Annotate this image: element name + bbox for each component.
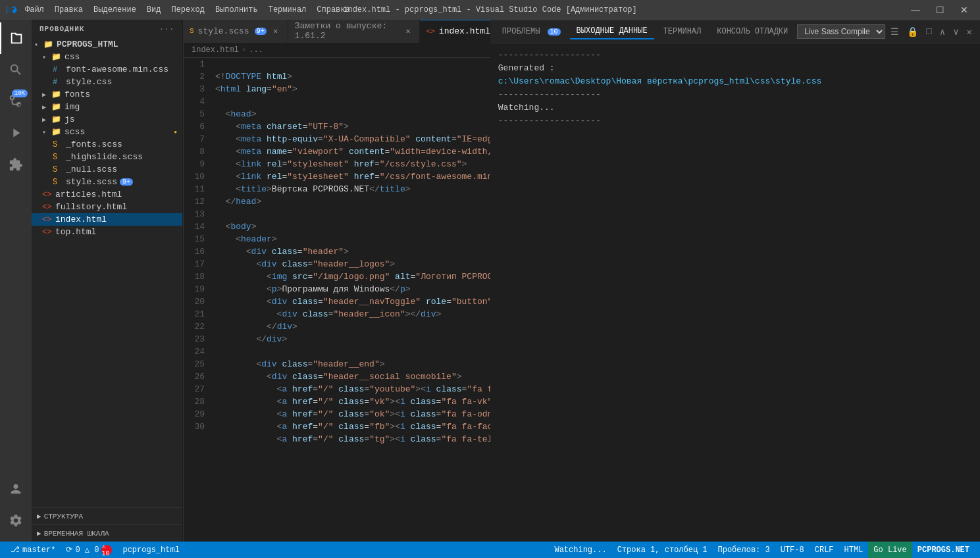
terminal-new-icon[interactable]: □ <box>923 25 934 38</box>
tab-output[interactable]: ВЫХОДНЫЕ ДАННЫЕ <box>570 24 654 39</box>
structure-label: СТРУКТУРА <box>44 513 83 520</box>
tree-file-index[interactable]: <> index.html <box>32 213 182 226</box>
tree-project-root[interactable]: ▾ 📁 PCPROGS_HTML <box>32 38 182 51</box>
tree-file-style-css[interactable]: # style.css <box>32 76 182 88</box>
menu-bar[interactable]: Файл Правка Выделение Вид Переход Выполн… <box>25 5 350 14</box>
tree-file-fullstory[interactable]: <> fullstory.html <box>32 201 182 213</box>
tab-terminal[interactable]: ТЕРМИНАЛ <box>657 24 708 39</box>
tree-folder-js[interactable]: ▶ 📁 js <box>32 113 182 126</box>
menu-edit[interactable]: Правка <box>55 5 83 14</box>
activity-bar: 10K <box>0 20 32 542</box>
menu-run[interactable]: Выполнить <box>215 5 258 14</box>
activity-run[interactable] <box>0 117 32 149</box>
activity-account[interactable] <box>0 473 32 505</box>
chevron-down-terminal-icon[interactable]: ∨ <box>950 25 961 39</box>
status-language[interactable]: HTML <box>839 542 869 558</box>
position-label: Строка 1, столбец 1 <box>617 545 708 555</box>
folder-label-css: css <box>64 52 80 62</box>
activity-extensions[interactable] <box>0 149 32 180</box>
logo-label: PCPROGS.NET <box>917 545 969 555</box>
debug-console-label: КОНСОЛЬ ОТЛАДКИ <box>717 27 788 36</box>
tree-file-style-scss[interactable]: S style.scss 9+ <box>32 176 182 188</box>
tab-release-notes[interactable]: Заметки о выпуске: 1.61.2 ✕ <box>288 20 420 43</box>
activity-source-control[interactable]: 10K <box>0 86 32 117</box>
tree-file-highslide-scss[interactable]: S _highslide.scss <box>32 151 182 163</box>
scss-file-icon2: S <box>53 153 63 162</box>
vscode-logo-icon <box>7 5 17 15</box>
status-encoding[interactable]: UTF-8 <box>775 542 810 558</box>
tab-problems[interactable]: ПРОБЛЕМЫ 10 <box>496 24 567 39</box>
close-button[interactable]: ✕ <box>955 0 973 20</box>
file-label-style-scss: style.scss <box>66 177 117 187</box>
close-terminal-icon[interactable]: ✕ <box>964 25 975 39</box>
tab-close-notes[interactable]: ✕ <box>404 26 413 36</box>
status-sync[interactable]: ⟳ 0 △ 0 ⚠ 10 <box>61 542 117 558</box>
terminal-line-watching: Watching... <box>498 101 972 114</box>
tab-close-scss[interactable]: ✕ <box>271 26 281 36</box>
structure-section[interactable]: ▶ СТРУКТУРА <box>32 507 182 524</box>
tab-style-scss[interactable]: S style.scss 9+ ✕ <box>183 20 288 43</box>
status-logo[interactable]: PCPROGS.NET <box>912 542 975 558</box>
activity-explorer[interactable] <box>0 22 32 54</box>
chevron-up-icon[interactable]: ∧ <box>937 25 948 39</box>
timeline-arrow: ▶ <box>37 529 41 538</box>
timeline-section[interactable]: ▶ ВРЕМЕННАЯ ШКАЛА <box>32 524 182 542</box>
file-tree: ▾ 📁 PCPROGS_HTML ▾ 📁 css # font-awesome.… <box>32 38 182 507</box>
tree-file-articles[interactable]: <> articles.html <box>32 188 182 201</box>
activity-settings[interactable] <box>0 505 32 536</box>
terminal-line-separator3: -------------------- <box>498 114 972 128</box>
tree-file-top[interactable]: <> top.html <box>32 226 182 238</box>
menu-goto[interactable]: Переход <box>171 5 204 14</box>
menu-terminal[interactable]: Терминал <box>269 5 307 14</box>
tree-file-fonts-scss[interactable]: S _fonts.scss <box>32 138 182 151</box>
tree-folder-scss[interactable]: ▾ 📁 scss ● <box>32 126 182 138</box>
html-tab-icon: <> <box>426 28 435 36</box>
menu-selection[interactable]: Выделение <box>93 5 136 14</box>
tab-bar: S style.scss 9+ ✕ Заметки о выпуске: 1.6… <box>183 20 490 43</box>
tab-debug-console[interactable]: КОНСОЛЬ ОТЛАДКИ <box>710 24 794 39</box>
window-title: index.html - pcprogs_html - Visual Studi… <box>343 5 636 14</box>
scss-file-icon3: S <box>53 165 63 174</box>
status-position[interactable]: Строка 1, столбец 1 <box>612 542 713 558</box>
tree-file-font-awesome[interactable]: # font-awesome.min.css <box>32 63 182 76</box>
menu-file[interactable]: Файл <box>25 5 44 14</box>
window-controls[interactable]: — ☐ ✕ <box>906 0 973 20</box>
lock-icon[interactable]: 🔒 <box>904 25 921 39</box>
tree-folder-img[interactable]: ▶ 📁 img <box>32 101 182 113</box>
spaces-label: Пробелов: 3 <box>718 545 770 555</box>
html-file-icon3: <> <box>42 215 53 224</box>
right-breadcrumb-dots[interactable]: ... <box>249 45 263 55</box>
live-sass-dropdown[interactable]: Live Sass Compile <box>797 24 885 39</box>
right-breadcrumb-index[interactable]: index.html <box>192 45 239 55</box>
terminal-toolbar: Live Sass Compile ☰ 🔒 □ ∧ ∨ ✕ <box>797 24 975 39</box>
right-code-content[interactable]: 1 2 3 4 5 6 7 8 9 10 11 12 13 14 <box>184 58 490 542</box>
activity-search[interactable] <box>0 54 32 86</box>
tree-folder-fonts[interactable]: ▶ 📁 fonts <box>32 88 182 101</box>
status-project[interactable]: pcprogs_html <box>117 542 184 558</box>
problems-label: ПРОБЛЕМЫ <box>502 27 540 36</box>
status-live-sass[interactable]: Go Live <box>868 542 912 558</box>
watching-label: Watching... <box>554 545 606 555</box>
scss-file-icon4: S <box>53 178 63 187</box>
status-spaces[interactable]: Пробелов: 3 <box>713 542 775 558</box>
menu-view[interactable]: Вид <box>147 5 161 14</box>
sidebar-actions[interactable]: ··· <box>159 25 174 33</box>
terminal-line-separator2: -------------------- <box>498 88 972 101</box>
folder-arrow-fonts: ▶ <box>42 91 50 99</box>
tree-file-null-scss[interactable]: S _null.scss <box>32 163 182 176</box>
css-file-icon: # <box>53 65 63 74</box>
folder-arrow-css: ▾ <box>42 53 50 61</box>
maximize-button[interactable]: ☐ <box>931 0 950 20</box>
minimize-button[interactable]: — <box>906 0 925 20</box>
list-icon[interactable]: ☰ <box>888 25 902 39</box>
output-label: ВЫХОДНЫЕ ДАННЫЕ <box>577 26 648 36</box>
tree-folder-css[interactable]: ▾ 📁 css <box>32 51 182 63</box>
right-code-lines[interactable]: <!DOCTYPE html> <html lang="en"> <head> … <box>210 58 490 542</box>
right-code-editor: index.html › ... 1 2 3 4 5 6 7 8 9 <box>183 43 490 542</box>
right-line-numbers: 1 2 3 4 5 6 7 8 9 10 11 12 13 14 <box>184 58 210 542</box>
status-watching[interactable]: Watching... <box>549 542 611 558</box>
tab-index-html[interactable]: <> index.html ✕ <box>420 20 490 43</box>
status-branch[interactable]: ⎇ master* <box>5 542 61 558</box>
status-line-ending[interactable]: CRLF <box>810 542 839 558</box>
editor-area: scss › style.scss › .fullstory__text 208… <box>183 43 490 542</box>
